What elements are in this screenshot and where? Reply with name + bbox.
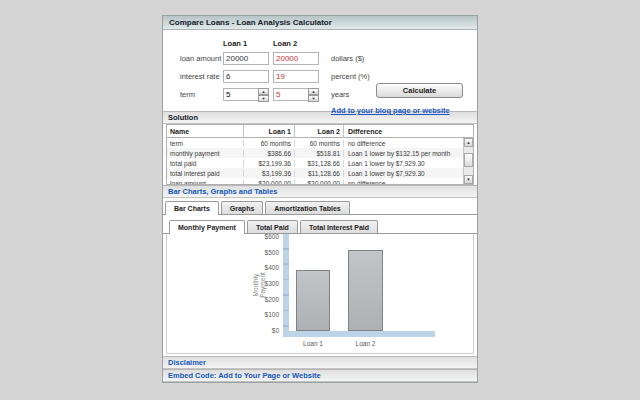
loan1-column-header: Loan 1 — [223, 39, 247, 48]
scroll-up-icon[interactable]: ▲ — [464, 138, 473, 147]
x-axis-band — [283, 331, 435, 337]
subtab-total-interest-paid[interactable]: Total Interest Paid — [300, 220, 378, 233]
disclaimer-link[interactable]: Disclaimer — [168, 358, 206, 367]
subtab-monthly-payment[interactable]: Monthly Payment — [169, 220, 245, 234]
col-loan1: Loan 1 — [243, 125, 294, 138]
loan-input-form: Loan 1 Loan 2 loan amount dollars ($) in… — [163, 30, 477, 111]
table-row: term 60 months 60 months no difference — [167, 138, 473, 148]
chart-panel: Monthly Payment $600 $500 $400 $300 $200… — [166, 234, 474, 354]
cell-loan2: $11,128.66 — [294, 170, 343, 177]
table-row: monthly payment $386.66 $518.81 Loan 1 l… — [167, 148, 473, 158]
col-difference: Difference — [343, 125, 473, 138]
col-loan2: Loan 2 — [294, 125, 343, 138]
x-label-loan1: Loan 1 — [296, 340, 330, 347]
loan1-term-down-icon[interactable]: ▼ — [258, 95, 269, 102]
loan2-term-stepper: ▲ ▼ — [273, 88, 319, 101]
cell-loan1: 60 months — [243, 140, 294, 147]
y-axis-band — [283, 234, 289, 337]
calculate-button[interactable]: Calculate — [376, 83, 463, 98]
loan2-rate-input[interactable] — [273, 70, 319, 83]
loan1-rate-input[interactable] — [223, 70, 269, 83]
sub-tab-bar: Monthly Payment Total Paid Total Interes… — [163, 220, 477, 234]
cell-loan2: $31,128.66 — [294, 160, 343, 167]
loan2-term-input[interactable] — [273, 88, 308, 101]
bar-loan2 — [348, 250, 383, 331]
y-tick-300: $300 — [245, 280, 279, 287]
cell-loan2: $20,000.00 — [294, 180, 343, 185]
y-tick-200: $200 — [245, 296, 279, 303]
cell-difference: Loan 1 lower by $7,929.30 — [343, 160, 473, 167]
years-unit-label: years — [331, 90, 349, 99]
y-tick-100: $100 — [245, 311, 279, 318]
charts-section-header: Bar Charts, Graphs and Tables — [163, 185, 477, 198]
loan2-amount-input[interactable] — [273, 52, 319, 65]
scrollbar-thumb[interactable] — [464, 153, 473, 167]
loan1-term-up-icon[interactable]: ▲ — [258, 88, 269, 95]
cell-loan1: $23,199.36 — [243, 160, 294, 167]
cell-difference: no difference — [343, 180, 473, 185]
cell-name: term — [167, 140, 243, 147]
loan2-term-down-icon[interactable]: ▼ — [308, 95, 319, 102]
solution-table-header-row: Name Loan 1 Loan 2 Difference — [167, 125, 473, 138]
disclaimer-bar: Disclaimer — [163, 356, 477, 369]
cell-loan2: 60 months — [294, 140, 343, 147]
cell-name: monthly payment — [167, 150, 243, 157]
embed-code-bar: Embed Code: Add to Your Page or Website — [163, 369, 477, 382]
add-to-blog-link[interactable]: Add to your blog page or website — [331, 106, 450, 115]
loan1-amount-input[interactable] — [223, 52, 269, 65]
cell-name: total paid — [167, 160, 243, 167]
loan2-term-up-icon[interactable]: ▲ — [308, 88, 319, 95]
percent-unit-label: percent (%) — [331, 72, 370, 81]
scroll-down-icon[interactable]: ▼ — [464, 175, 473, 184]
dollars-unit-label: dollars ($) — [331, 54, 364, 63]
cell-loan2: $518.81 — [294, 150, 343, 157]
widget-title: Compare Loans - Loan Analysis Calculator — [169, 18, 332, 27]
monthly-payment-bar-chart: Monthly Payment $600 $500 $400 $300 $200… — [167, 234, 473, 353]
scrollbar-track — [464, 167, 473, 175]
cell-difference: Loan 1 lower by $132.15 per month — [343, 150, 473, 157]
loan-amount-label: loan amount — [180, 54, 221, 63]
cell-difference: Loan 1 lower by $7,929.30 — [343, 170, 473, 177]
cell-loan1: $386.66 — [243, 150, 294, 157]
cell-name: loan amount — [167, 180, 243, 185]
col-name: Name — [167, 128, 243, 135]
embed-code-link[interactable]: Embed Code: Add to Your Page or Website — [168, 371, 321, 380]
y-tick-400: $400 — [245, 264, 279, 271]
cell-loan1: $20,000.00 — [243, 180, 294, 185]
tab-bar-charts[interactable]: Bar Charts — [165, 201, 219, 215]
subtab-total-paid[interactable]: Total Paid — [247, 220, 298, 233]
interest-rate-label: interest rate — [180, 72, 220, 81]
loan2-column-header: Loan 2 — [273, 39, 297, 48]
y-tick-500: $500 — [245, 249, 279, 256]
y-tick-600: $600 — [245, 233, 279, 240]
table-row: total paid $23,199.36 $31,128.66 Loan 1 … — [167, 158, 473, 168]
loan1-term-stepper: ▲ ▼ — [223, 88, 269, 101]
charts-section-link[interactable]: Bar Charts, Graphs and Tables — [168, 187, 277, 196]
page-background: { "widget": { "title": "Compare Loans - … — [0, 0, 640, 400]
y-tick-0: $0 — [245, 327, 279, 334]
widget-title-bar: Compare Loans - Loan Analysis Calculator — [163, 16, 477, 30]
main-tab-bar: Bar Charts Graphs Amortization Tables — [163, 201, 477, 215]
table-scrollbar[interactable]: ▲ ▼ — [463, 138, 473, 184]
table-row: total interest paid $3,199.36 $11,128.66… — [167, 168, 473, 178]
term-label: term — [180, 90, 195, 99]
loan1-term-input[interactable] — [223, 88, 258, 101]
cell-name: total interest paid — [167, 170, 243, 177]
cell-difference: no difference — [343, 140, 473, 147]
solution-table-body: term 60 months 60 months no difference m… — [167, 138, 473, 184]
x-label-loan2: Loan 2 — [348, 340, 383, 347]
tab-amortization-tables[interactable]: Amortization Tables — [265, 201, 349, 214]
solution-table: Name Loan 1 Loan 2 Difference term 60 mo… — [166, 124, 474, 185]
cell-loan1: $3,199.36 — [243, 170, 294, 177]
tab-graphs[interactable]: Graphs — [221, 201, 264, 214]
bar-loan1 — [296, 270, 330, 331]
solution-header-label: Solution — [168, 113, 198, 122]
table-row: loan amount $20,000.00 $20,000.00 no dif… — [167, 178, 473, 184]
loan-calculator-widget: Compare Loans - Loan Analysis Calculator… — [162, 15, 478, 383]
